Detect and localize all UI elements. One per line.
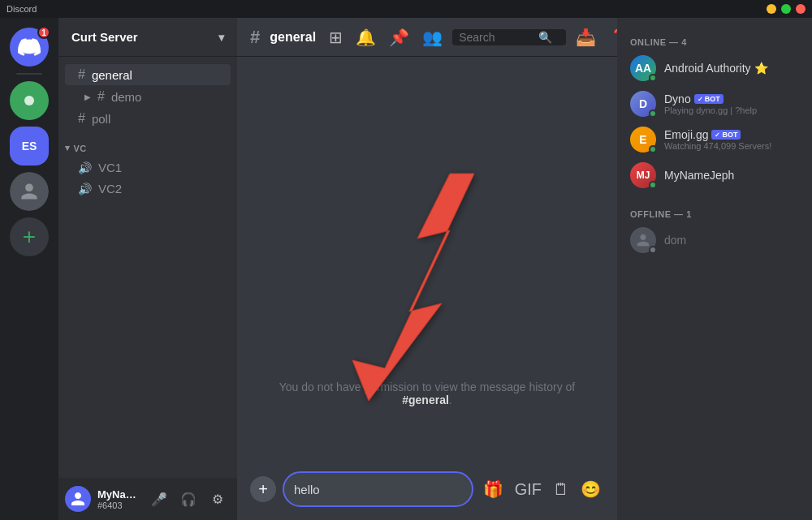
help-icon[interactable]: ❓	[606, 24, 617, 50]
member-name-row: Dyno ✓ BOT	[664, 92, 799, 105]
search-bar: 🔍	[452, 29, 566, 45]
username: MyNameJ...	[97, 488, 140, 501]
channel-item-general[interactable]: # general	[65, 64, 231, 85]
member-name-wrap: MyNameJeph	[664, 168, 799, 183]
server-name: Curt Server	[71, 30, 218, 44]
message-input[interactable]	[294, 483, 462, 496]
server-icon-green[interactable]	[10, 81, 49, 120]
chat-messages: You do not have permission to view the m…	[237, 57, 617, 471]
maximize-button[interactable]	[781, 4, 791, 14]
sticker-icon[interactable]: 🗒	[550, 477, 572, 502]
member-name-wrap: Android Authority ⭐	[664, 62, 799, 75]
member-item-android-authority[interactable]: AA Android Authority ⭐	[624, 50, 806, 86]
channel-item-demo[interactable]: ▶ # demo	[65, 86, 231, 107]
server-icon-es[interactable]: ES	[10, 127, 49, 165]
user-bar: MyNameJ... #6403 🎤 🎧 ⚙	[58, 478, 237, 520]
discord-icon	[18, 36, 41, 58]
channel-name-vc2: VC2	[98, 182, 122, 196]
deafen-button[interactable]: 🎧	[175, 486, 201, 512]
status-online-dot	[649, 181, 657, 189]
search-input[interactable]	[459, 31, 532, 44]
status-online-dot	[649, 110, 657, 118]
member-avatar-emoji-gg: E	[630, 127, 656, 153]
server-header[interactable]: Curt Server ▾	[58, 18, 237, 57]
checkmark-icon: ✓	[698, 96, 703, 103]
threads-icon[interactable]: ⊞	[326, 24, 346, 50]
minimize-button[interactable]	[767, 4, 776, 14]
member-name-mynamejeph: MyNameJeph	[664, 169, 734, 182]
member-avatar-mynamejeph: MJ	[630, 162, 656, 188]
close-button[interactable]	[796, 4, 806, 14]
message-actions: 🎁 GIF 🗒 😊	[480, 476, 604, 502]
bot-badge-dyno: ✓ BOT	[694, 94, 723, 104]
discord-home-button[interactable]: 1	[10, 28, 49, 67]
member-item-mynamejeph[interactable]: MJ MyNameJeph	[624, 157, 806, 193]
speaker-icon-vc1: 🔊	[78, 161, 92, 174]
channel-mention: #general	[402, 393, 449, 406]
message-input-area: + 🎁 GIF 🗒 😊	[237, 471, 617, 520]
member-name-emoji-gg: Emoji.gg	[664, 128, 708, 141]
gift-icon[interactable]: 🎁	[480, 476, 507, 502]
notification-badge: 1	[37, 26, 50, 39]
member-status-dyno: Playing dyno.gg | ?help	[664, 105, 799, 115]
inbox-icon[interactable]: 📥	[572, 24, 599, 50]
hash-icon: #	[78, 67, 85, 82]
pin-icon[interactable]: 📌	[386, 24, 412, 50]
online-members-header: ONLINE — 4	[624, 31, 806, 50]
message-input-box	[283, 471, 473, 507]
channel-name-demo: demo	[111, 90, 142, 104]
members-icon[interactable]: 👥	[419, 24, 446, 50]
member-item-emoji-gg[interactable]: E Emoji.gg ✓ BOT Watching 474,099 Server…	[624, 122, 806, 157]
app-layout: 1 ES + Curt Server ▾	[0, 18, 812, 520]
main-content: # general ⊞ 🔔 📌 👥 🔍 📥 ❓ You do not have …	[237, 18, 617, 520]
app-title: Discord	[6, 4, 37, 14]
notification-bell-icon[interactable]: 🔔	[352, 24, 379, 50]
chevron-right-icon: ▶	[84, 92, 91, 101]
member-item-dom[interactable]: dom	[624, 222, 806, 258]
member-name-wrap: dom	[664, 233, 799, 247]
speaker-icon-vc2: 🔊	[78, 183, 92, 196]
dom-avatar-icon	[636, 233, 650, 247]
channel-header: # general ⊞ 🔔 📌 👥 🔍 📥 ❓	[237, 18, 617, 57]
user-discriminator: #6403	[97, 501, 140, 510]
member-avatar-android-authority: AA	[630, 55, 656, 81]
channel-list: # general ▶ # demo # poll ▾ vc 🔊 VC1	[58, 57, 237, 478]
channel-item-poll[interactable]: # poll	[65, 108, 231, 129]
status-offline-dot	[649, 246, 657, 254]
offline-members-header: OFFLINE — 1	[624, 203, 806, 222]
server-list: 1 ES +	[0, 18, 58, 520]
channel-header-name: general	[270, 30, 316, 45]
server-divider	[16, 73, 42, 75]
svg-point-0	[24, 96, 34, 105]
hash-icon-demo: #	[97, 89, 105, 104]
checkmark-icon: ✓	[715, 131, 720, 139]
header-icons: ⊞ 🔔 📌 👥 🔍 📥 ❓	[326, 24, 617, 50]
voice-category-name: vc	[74, 144, 87, 153]
add-server-button[interactable]: +	[10, 217, 49, 256]
user-info: MyNameJ... #6403	[97, 488, 140, 510]
no-permission-message: You do not have permission to view the m…	[253, 380, 601, 406]
member-status-emoji-gg: Watching 474,099 Servers!	[664, 141, 799, 151]
settings-button[interactable]: ⚙	[205, 486, 231, 512]
hash-icon-poll: #	[78, 111, 85, 126]
chat-area: You do not have permission to view the m…	[237, 57, 617, 520]
gif-icon[interactable]: GIF	[512, 477, 545, 502]
mute-button[interactable]: 🎤	[146, 486, 172, 512]
green-server-icon	[20, 92, 38, 110]
emoji-icon[interactable]: 😊	[577, 476, 604, 502]
user-avatar	[65, 486, 91, 512]
channel-item-vc1[interactable]: 🔊 VC1	[65, 157, 231, 178]
channel-name-vc1: VC1	[98, 161, 122, 174]
member-avatar-dom	[630, 227, 656, 253]
members-sidebar: ONLINE — 4 AA Android Authority ⭐ D	[617, 18, 812, 520]
avatar-icon	[19, 182, 39, 201]
voice-category[interactable]: ▾ vc	[58, 130, 237, 157]
add-attachment-button[interactable]: +	[250, 476, 276, 502]
member-name-row: Emoji.gg ✓ BOT	[664, 128, 799, 141]
star-icon: ⭐	[754, 62, 768, 75]
member-name-dom: dom	[664, 234, 686, 247]
member-item-dyno[interactable]: D Dyno ✓ BOT Playing dyno.gg | ?help	[624, 86, 806, 122]
channel-item-vc2[interactable]: 🔊 VC2	[65, 178, 231, 199]
server-icon-avatar[interactable]	[10, 172, 49, 211]
chevron-down-icon: ▾	[218, 31, 224, 44]
